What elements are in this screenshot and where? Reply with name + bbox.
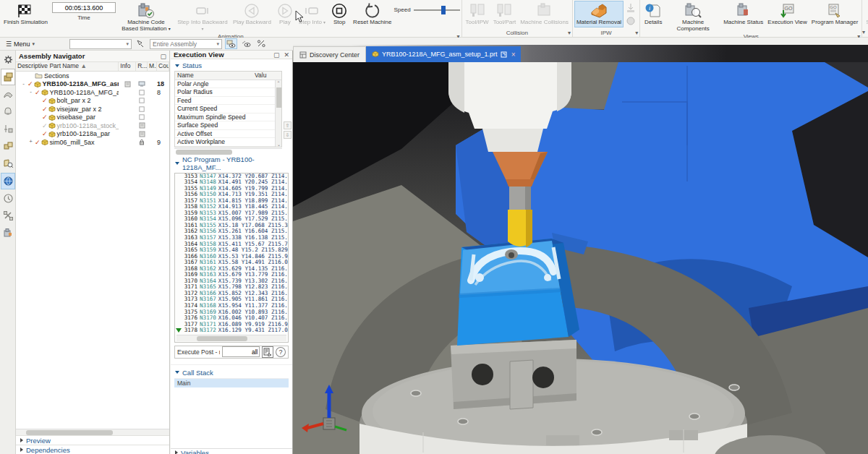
- status-row[interactable]: Feed: [175, 97, 281, 106]
- machine-components-button[interactable]: Machine Components: [665, 1, 721, 33]
- variables-section-header[interactable]: Variables: [171, 448, 292, 454]
- nc-program-section-header[interactable]: NC Program - YRB100-1218A_MF...: [171, 153, 292, 173]
- nc-line[interactable]: 3155N3149X14.605 Y19.799 Z114.3: [175, 186, 288, 192]
- visual-reports-tab[interactable]: [1, 155, 15, 172]
- speed-slider[interactable]: Speed: [393, 1, 459, 13]
- selection-filter-icon[interactable]: [135, 38, 147, 49]
- tree-row-bolt-par-x-2[interactable]: ✓bolt_par x 2: [16, 97, 169, 106]
- status-row[interactable]: Current Speed: [175, 105, 281, 113]
- speed-slider-handle[interactable]: [441, 6, 446, 14]
- constraint-navigator-tab[interactable]: [1, 86, 15, 103]
- checkmark-icon[interactable]: ✓: [42, 113, 48, 121]
- nc-line[interactable]: 3168N3162X15.629 Y14.135 Z116.1: [175, 266, 288, 273]
- dependencies-section[interactable]: Dependencies: [16, 445, 169, 454]
- nc-hscrollbar[interactable]: [176, 335, 286, 341]
- simulation-settings-button[interactable]: Simulation Settings: [864, 1, 868, 27]
- panel-maximize-icon[interactable]: ▢: [160, 53, 166, 60]
- status-row[interactable]: Maximum Spindle Speed: [175, 113, 281, 122]
- hd3d-tools-tab[interactable]: [1, 138, 15, 155]
- help-icon[interactable]: ?: [276, 347, 286, 357]
- nc-line[interactable]: 3161N3155X15.18 Y17.068 Z115.36: [175, 223, 288, 229]
- assembly-search-combo[interactable]: ▾: [69, 39, 132, 49]
- nc-line[interactable]: 3169N3163X15.679 Y13.779 Z116.2: [175, 272, 288, 278]
- selection-scope-combo[interactable]: Entire Assembly▾: [150, 39, 222, 49]
- status-nav-buttons[interactable]: ⇧⇩: [284, 121, 292, 139]
- checkmark-icon[interactable]: ✓: [42, 122, 48, 129]
- navigator-column-headers[interactable]: Descriptive Part Name ▲InfoR...M...Cou: [16, 62, 169, 72]
- preview-section[interactable]: Preview: [16, 435, 169, 445]
- tree-row-visejaw-par-x-2[interactable]: ✓visejaw_par x 2: [16, 105, 169, 113]
- details-button[interactable]: iDetails: [642, 1, 665, 27]
- ipw-small-1-icon[interactable]: [624, 2, 637, 14]
- checkmark-icon[interactable]: ✓: [42, 130, 48, 137]
- tool-part-button[interactable]: Tool/Part: [491, 1, 519, 27]
- group-dialog-caret[interactable]: ▾: [568, 30, 571, 36]
- nc-line[interactable]: 3171N3165X15.798 Y12.823 Z116.4: [175, 284, 288, 291]
- history-tab[interactable]: [1, 190, 15, 207]
- nc-line[interactable]: 3157N3151X14.815 Y18.899 Z114.6: [175, 198, 288, 205]
- show-percent-icon[interactable]: [255, 38, 268, 49]
- status-hscrollbar[interactable]: [174, 148, 282, 149]
- checkmark-icon[interactable]: ✓: [42, 106, 48, 113]
- group-dialog-caret[interactable]: ▾: [635, 30, 638, 36]
- show-hide-icon[interactable]: [225, 38, 237, 49]
- call-stack-section-header[interactable]: Call Stack: [171, 364, 292, 378]
- machine-collisions-button[interactable]: Machine Collisions: [518, 1, 571, 27]
- ipw-small-2-icon[interactable]: [624, 15, 637, 27]
- navigator-hscrollbar[interactable]: [16, 429, 169, 435]
- tree-row-yrb100-1218a-par[interactable]: ✓yrb100-1218a_par: [16, 130, 169, 139]
- nc-line[interactable]: 3166N3160X15.53 Y14.846 Z115.9: [175, 254, 288, 260]
- checkmark-icon[interactable]: ✓: [35, 89, 41, 96]
- nc-line[interactable]: 3175N3169X16.002 Y10.893 Z116.7: [175, 309, 288, 316]
- panel-close-icon[interactable]: ✕: [284, 51, 289, 59]
- ribbon-overflow-caret[interactable]: ▾: [862, 29, 865, 35]
- machine-status-button[interactable]: Machine Status: [721, 1, 765, 27]
- nc-line[interactable]: 3164N3158X15.411 Y15.67 Z115.76: [175, 241, 288, 248]
- nc-line[interactable]: 3177N3171X16.089 Y9.919 Z116.9: [175, 322, 288, 328]
- tree-row-sections[interactable]: Sections: [16, 72, 169, 80]
- reuse-library-tab[interactable]: [1, 121, 15, 137]
- nc-line[interactable]: 3172N3166X15.852 Y12.343 Z116.5: [175, 291, 288, 297]
- material-removal-button[interactable]: Material Removal: [574, 1, 624, 27]
- nc-line[interactable]: 3159N3153X15.007 Y17.989 Z115.0: [175, 210, 288, 217]
- web-browser-tab[interactable]: [1, 173, 15, 189]
- status-table[interactable]: NameValuPolar AnglePolar RadiusFeedCurre…: [174, 71, 282, 147]
- nc-line[interactable]: 3167N3161X15.58 Y14.491 Z116.0: [175, 260, 288, 266]
- tree-row-yrb100-1218a-mfg-asm-set-[interactable]: -✓YRB100-1218A_MFG_asm_set...18: [16, 80, 169, 89]
- menu-button[interactable]: ☰ Menu ▾: [3, 40, 38, 48]
- nc-line[interactable]: 3173N3167X15.905 Y11.861 Z116.6: [175, 296, 288, 303]
- play-backward-button[interactable]: Play Backward: [231, 1, 273, 27]
- immediate-hide-icon[interactable]: [240, 38, 252, 49]
- call-stack-list[interactable]: Main: [174, 378, 289, 448]
- checkmark-icon[interactable]: ✓: [42, 97, 48, 104]
- step-into-backward-button[interactable]: Step Into Backward ▾: [174, 1, 231, 33]
- tree-row-yrb100-1218a-stock-par[interactable]: ✓yrb100-1218a_stock_par: [16, 121, 169, 130]
- execute-post-input[interactable]: [222, 346, 260, 357]
- nc-line[interactable]: 3178N3172X16.129 Y9.431 Z117.0: [175, 327, 288, 334]
- call-stack-row[interactable]: Main: [174, 379, 289, 387]
- status-row[interactable]: Surface Speed: [175, 121, 281, 130]
- speed-slider-track[interactable]: [414, 9, 460, 11]
- graphics-viewport[interactable]: [293, 62, 868, 454]
- resource-bar-gear-icon[interactable]: [1, 51, 15, 68]
- program-manager-button[interactable]: GOProgram Manager: [809, 1, 860, 27]
- new-window-icon[interactable]: [501, 51, 507, 58]
- panel-float-icon[interactable]: ▢: [273, 51, 280, 59]
- assembly-navigator-tab[interactable]: [1, 69, 15, 85]
- execute-post-list-icon[interactable]: [262, 346, 273, 358]
- checkmark-icon[interactable]: ✓: [27, 80, 33, 87]
- stop-button[interactable]: Stop: [328, 1, 351, 27]
- status-row[interactable]: Polar Angle: [175, 80, 281, 89]
- nc-line[interactable]: 3170N3164X15.739 Y13.302 Z116.3: [175, 278, 288, 285]
- reset-machine-button[interactable]: Reset Machine: [351, 1, 393, 27]
- status-section-header[interactable]: Status: [171, 59, 292, 71]
- finish-simulation-button[interactable]: Finish Simulation: [1, 1, 50, 27]
- nc-line[interactable]: 3162N3156X15.261 Y16.604 Z115.5: [175, 228, 288, 235]
- nc-line[interactable]: 3154N3148X14.491 Y20.245 Z114.2: [175, 179, 288, 186]
- tree-row-sim06-mill-5ax[interactable]: +✓sim06_mill_5ax9: [16, 138, 169, 147]
- tree-row-visebase-par[interactable]: ✓visebase_par: [16, 113, 169, 122]
- status-row[interactable]: Polar Radius: [175, 88, 281, 97]
- close-tab-icon[interactable]: ×: [511, 51, 516, 59]
- manufacturing-navigator-tab[interactable]: [1, 225, 15, 241]
- nc-line[interactable]: 3165N3159X15.48 Y15.2 Z115.829: [175, 247, 288, 254]
